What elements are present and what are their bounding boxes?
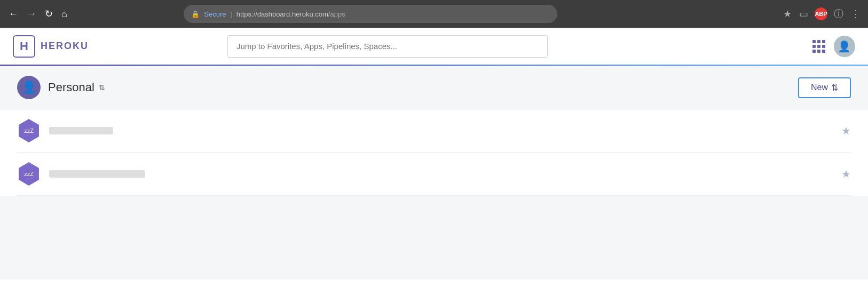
user-avatar[interactable]: 👤 xyxy=(834,36,855,57)
app-sleep-icon: zzZ xyxy=(24,127,34,134)
menu-button[interactable]: ⋮ xyxy=(850,7,862,21)
refresh-button[interactable]: ↻ xyxy=(43,8,55,20)
secure-label: Secure xyxy=(204,10,226,18)
app-favorite-star-0[interactable]: ★ xyxy=(841,124,851,137)
browser-chrome: ← → ↻ ⌂ 🔒 Secure | https://dashboard.her… xyxy=(0,0,868,28)
cast-button[interactable]: ▭ xyxy=(798,7,809,21)
grid-dot xyxy=(822,45,825,48)
apps-list: zzZ ★ zzZ ★ xyxy=(0,109,868,196)
new-button-label: New xyxy=(811,83,828,92)
home-button[interactable]: ⌂ xyxy=(59,8,69,20)
heroku-logo-box: H xyxy=(13,35,35,58)
grid-dot xyxy=(822,40,825,43)
heroku-header: H HEROKU 👤 xyxy=(0,28,868,66)
bookmark-button[interactable]: ★ xyxy=(782,7,793,21)
grid-dot xyxy=(822,50,825,53)
address-bar[interactable]: 🔒 Secure | https://dashboard.heroku.com/… xyxy=(184,5,557,23)
new-button[interactable]: New ⇅ xyxy=(798,77,851,98)
apps-grid-icon[interactable] xyxy=(812,40,825,53)
heroku-wordmark: HEROKU xyxy=(41,41,89,52)
grid-dot xyxy=(817,45,820,48)
global-search-input[interactable] xyxy=(227,35,548,58)
url-display: https://dashboard.heroku.com/apps xyxy=(236,10,345,18)
grid-dot xyxy=(812,45,816,48)
url-separator: | xyxy=(230,10,232,18)
workspace-bar: 👤 Personal ⇅ New ⇅ xyxy=(0,66,868,109)
new-button-chevron-icon: ⇅ xyxy=(831,83,838,93)
browser-actions: ★ ▭ ABP ⓘ ⋮ xyxy=(782,6,862,21)
app-name-0 xyxy=(49,127,113,134)
back-button[interactable]: ← xyxy=(6,8,20,20)
table-row[interactable]: zzZ ★ xyxy=(17,109,851,153)
heroku-h-letter: H xyxy=(20,39,28,53)
lock-icon: 🔒 xyxy=(191,10,200,18)
forward-button[interactable]: → xyxy=(25,8,38,20)
workspace-chevron-icon: ⇅ xyxy=(99,83,105,92)
app-icon-1: zzZ xyxy=(17,162,41,186)
app-sleep-icon: zzZ xyxy=(24,171,34,177)
grid-dot xyxy=(817,40,820,43)
main-content: 👤 Personal ⇅ New ⇅ zzZ ★ zzZ ★ xyxy=(0,66,868,280)
heroku-logo-link[interactable]: H HEROKU xyxy=(13,35,89,58)
grid-dot xyxy=(812,40,816,43)
abp-badge[interactable]: ABP xyxy=(815,7,827,20)
workspace-avatar: 👤 xyxy=(17,76,41,99)
grid-dot xyxy=(817,50,820,53)
app-favorite-star-1[interactable]: ★ xyxy=(841,168,851,180)
app-name-1 xyxy=(49,170,145,178)
grid-dot xyxy=(812,50,816,53)
app-icon-0: zzZ xyxy=(17,119,41,142)
header-right: 👤 xyxy=(812,36,855,57)
info-button[interactable]: ⓘ xyxy=(833,6,845,21)
header-search[interactable] xyxy=(227,35,548,58)
workspace-name[interactable]: Personal ⇅ xyxy=(48,81,105,94)
table-row[interactable]: zzZ ★ xyxy=(17,153,851,196)
